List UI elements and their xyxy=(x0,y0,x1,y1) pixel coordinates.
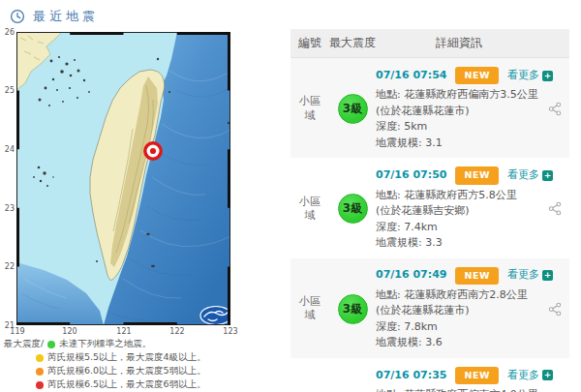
taiwan-earthquake-map[interactable]: 26 25 24 23 22 21 119 120 121 122 123 最大… xyxy=(0,27,290,392)
see-more-link[interactable]: 看更多+ xyxy=(507,267,553,284)
region-label: 小區域 xyxy=(290,295,329,323)
plus-icon[interactable]: + xyxy=(542,370,553,380)
new-badge: NEW xyxy=(455,67,498,84)
legend-label: 最大震度/ xyxy=(4,338,44,350)
legend-item-text: 未達下列標準之地震。 xyxy=(59,338,151,350)
lon-tick: 119 xyxy=(5,327,30,336)
table-row: 小區域 3級 07/16 07:49 NEW 看更多+ 地點: 花蓮縣政府西南方… xyxy=(290,258,569,358)
lat-tick: 26 xyxy=(1,28,15,37)
region-label: 小區域 xyxy=(290,196,329,224)
clock-icon xyxy=(10,9,25,24)
lat-tick: 22 xyxy=(1,262,15,271)
page-title: 最近地震 xyxy=(33,8,99,25)
intensity-badge: 3級 xyxy=(338,294,368,324)
see-more-link[interactable]: 看更多+ xyxy=(507,68,553,84)
quake-location-sub: (位於花蓮縣花蓮市) xyxy=(376,303,538,319)
legend-dot-orange xyxy=(36,368,44,376)
quake-time: 07/16 07:35 xyxy=(376,368,446,384)
quake-location-sub: (位於花蓮縣花蓮市) xyxy=(376,104,538,120)
quake-location: 地點: 花蓮縣政府西偏南方4.0公里 xyxy=(376,387,538,392)
quake-time: 07/16 07:49 xyxy=(376,267,446,284)
plus-icon[interactable]: + xyxy=(542,71,553,81)
cwb-logo xyxy=(200,307,230,325)
table-row: 小區域 3級 07/16 07:35 NEW 看更多+ 地點: 花蓮縣政府西偏南… xyxy=(290,358,569,392)
quake-depth: 深度: 5km xyxy=(376,119,538,136)
legend-item-text: 芮氏規模6.0以上，最大震度5弱以上。 xyxy=(47,365,206,377)
lat-tick: 23 xyxy=(1,204,15,213)
epicenter-marker[interactable] xyxy=(145,143,161,159)
legend-dot-red xyxy=(36,381,44,389)
new-badge: NEW xyxy=(455,166,498,184)
recent-earthquakes-page: 最近地震 xyxy=(0,0,581,392)
legend-dot-yellow xyxy=(36,354,44,362)
quake-magnitude: 地震規模: 3.1 xyxy=(376,136,538,152)
intensity-badge: 3級 xyxy=(338,94,368,124)
map-canvas[interactable] xyxy=(16,32,230,325)
table-row: 小區域 3級 07/16 07:50 NEW 看更多+ 地點: 花蓮縣政府西方5… xyxy=(290,158,569,257)
quake-time: 07/16 07:50 xyxy=(376,167,446,184)
quake-time: 07/16 07:54 xyxy=(376,68,446,84)
region-label: 小區域 xyxy=(290,95,329,123)
quake-location: 地點: 花蓮縣政府西偏南方3.5公里 xyxy=(376,87,538,104)
new-badge: NEW xyxy=(455,367,498,384)
earthquake-list-panel: 編號 最大震度 詳細資訊 小區域 3級 07/16 07:54 NEW 看更多+… xyxy=(290,29,569,392)
col-header-id: 編號 xyxy=(290,35,329,52)
lon-tick: 122 xyxy=(165,327,190,336)
share-icon[interactable] xyxy=(542,201,567,216)
quake-location: 地點: 花蓮縣政府西南方2.8公里 xyxy=(376,287,538,304)
lon-tick: 121 xyxy=(111,327,137,336)
plus-icon[interactable]: + xyxy=(542,170,553,181)
legend-item-text: 芮氏規模5.5以上，最大震度4級以上。 xyxy=(47,351,206,364)
share-icon[interactable] xyxy=(542,302,567,317)
page-header: 最近地震 xyxy=(10,8,99,25)
lat-tick: 24 xyxy=(1,145,15,154)
legend-item-text: 芮氏規模6.5以上，最大震度6弱以上。 xyxy=(47,378,206,391)
lon-tick: 123 xyxy=(218,327,243,336)
col-header-intensity: 最大震度 xyxy=(329,35,376,52)
see-more-link[interactable]: 看更多+ xyxy=(507,368,553,384)
legend-dot-green xyxy=(47,341,55,348)
lat-tick: 25 xyxy=(1,86,15,95)
lon-tick: 120 xyxy=(57,327,82,336)
quake-magnitude: 地震規模: 3.3 xyxy=(376,235,538,252)
plus-icon[interactable]: + xyxy=(542,270,553,281)
quake-depth: 深度: 7.8km xyxy=(376,319,538,336)
col-header-details: 詳細資訊 xyxy=(376,35,542,52)
quake-magnitude: 地震規模: 3.6 xyxy=(376,335,538,351)
table-row: 小區域 3級 07/16 07:54 NEW 看更多+ 地點: 花蓮縣政府西偏南… xyxy=(290,58,569,158)
new-badge: NEW xyxy=(455,267,498,285)
see-more-link[interactable]: 看更多+ xyxy=(507,167,553,184)
table-header: 編號 最大震度 詳細資訊 xyxy=(290,29,569,58)
quake-location: 地點: 花蓮縣政府西方5.8公里 xyxy=(376,188,538,204)
quake-depth: 深度: 7.4km xyxy=(376,220,538,236)
quake-location-sub: (位於花蓮縣吉安鄉) xyxy=(376,203,538,220)
share-icon[interactable] xyxy=(542,102,567,116)
intensity-badge: 3級 xyxy=(338,194,368,224)
